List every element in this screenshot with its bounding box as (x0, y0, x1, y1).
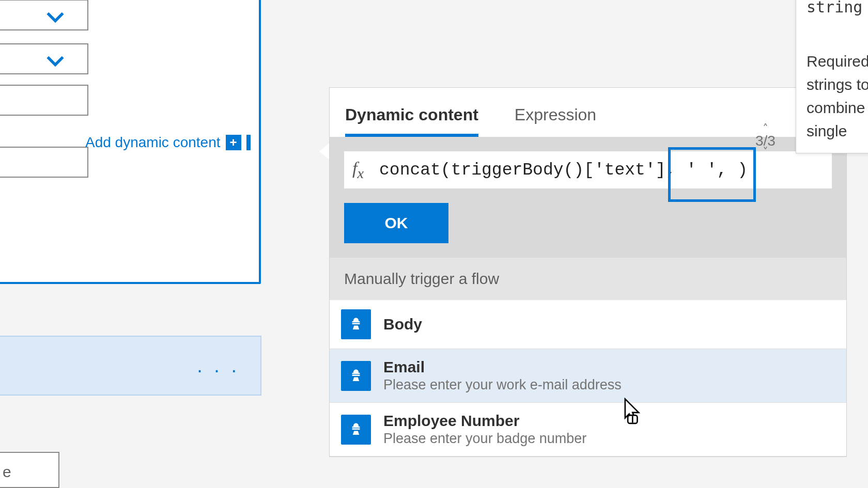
list-item[interactable]: Email Please enter your work e-mail addr… (330, 349, 846, 403)
plus-icon: + (226, 135, 241, 150)
item-title: Email (383, 358, 622, 376)
list-item[interactable]: Body (330, 300, 846, 349)
item-desc: Please enter your badge number (383, 431, 586, 447)
trigger-icon (341, 415, 371, 445)
add-dynamic-content-link[interactable]: Add dynamic content + (85, 134, 251, 151)
expression-text: concat(triggerBody()['text'], ' ', ) (379, 161, 748, 180)
item-desc: Please enter your work e-mail address (383, 377, 622, 393)
trigger-icon (341, 309, 371, 339)
fx-icon: fx (352, 159, 364, 182)
input-row-2[interactable] (0, 43, 88, 74)
chevron-down-icon[interactable] (44, 50, 67, 74)
chevron-down-icon[interactable] (44, 6, 67, 30)
callout-arrow (319, 142, 331, 161)
tab-dynamic-content[interactable]: Dynamic content (345, 105, 478, 137)
tab-expression[interactable]: Expression (515, 105, 596, 137)
trigger-icon (341, 361, 371, 391)
input-row-4[interactable] (0, 147, 88, 178)
chevron-down-icon[interactable]: ˅ (763, 147, 768, 158)
add-dynamic-label: Add dynamic content (85, 134, 221, 151)
bar-icon (246, 135, 251, 150)
trigger-section-header: Manually trigger a flow (330, 258, 846, 300)
item-title: Employee Number (383, 412, 586, 430)
next-action-card[interactable]: . . . (0, 336, 261, 396)
partial-field[interactable]: e (0, 452, 59, 488)
parameter-tooltip: string Required. The strings to combine … (796, 0, 868, 153)
ok-button[interactable]: OK (344, 203, 448, 243)
list-item[interactable]: Employee Number Please enter your badge … (330, 403, 846, 456)
tooltip-type: string (807, 0, 868, 19)
input-row-1[interactable] (0, 0, 88, 30)
tooltip-desc: Required. The strings to combine into a … (807, 50, 868, 143)
item-title: Body (383, 316, 422, 333)
dynamic-items-list[interactable]: Body Email Please enter your work e-mail… (330, 300, 846, 456)
input-row-3[interactable] (0, 85, 88, 116)
tooltip-pager[interactable]: ˄ 3/3 ˅ (755, 124, 776, 158)
